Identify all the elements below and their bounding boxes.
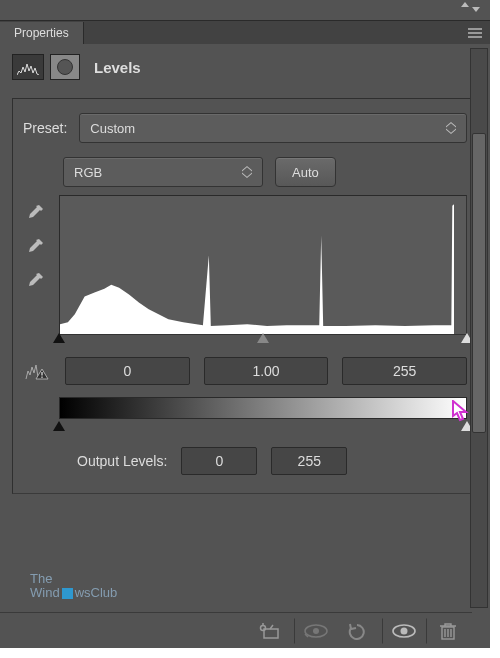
channel-select[interactable]: RGB [63,157,263,187]
svg-rect-2 [264,629,278,638]
adjustment-title-row: Levels [12,54,478,80]
panel-frame: Properties Levels Preset: Custom RGB Aut… [0,0,490,648]
input-midtone-field[interactable]: 1.00 [204,357,329,385]
input-shadow-slider[interactable] [53,333,65,343]
svg-rect-1 [41,377,42,378]
eyedropper-gray-icon[interactable] [23,235,47,259]
collapse-arrows-icon[interactable] [461,2,480,12]
input-slider-track[interactable] [59,333,467,347]
eyedropper-black-icon[interactable] [23,201,47,225]
input-shadow-field[interactable]: 0 [65,357,190,385]
properties-tab[interactable]: Properties [0,22,84,44]
levels-icon[interactable] [12,54,44,80]
clip-to-layer-icon[interactable] [250,618,288,644]
mouse-cursor-icon [452,400,470,422]
adjustment-title: Levels [94,59,141,76]
output-shadow-slider[interactable] [53,421,65,431]
input-midtone-slider[interactable] [257,333,269,343]
layer-mask-icon[interactable] [50,54,80,80]
panel-tab-bar: Properties [0,20,490,44]
levels-controls: Preset: Custom RGB Auto [12,98,478,494]
output-gradient[interactable] [59,397,467,419]
eyedropper-column [23,195,51,335]
preset-label: Preset: [23,120,67,136]
svg-point-5 [313,628,319,634]
output-slider-track[interactable] [59,421,467,435]
view-previous-icon[interactable] [294,618,332,644]
preset-select[interactable]: Custom [79,113,467,143]
scrollbar-thumb[interactable] [472,133,486,433]
visibility-icon[interactable] [382,618,420,644]
scrollbar[interactable] [470,48,488,608]
auto-button[interactable]: Auto [275,157,336,187]
panel-body: Levels Preset: Custom RGB Auto [0,44,490,494]
top-bar [0,0,490,20]
svg-rect-0 [41,372,42,376]
output-highlight-field[interactable]: 255 [271,447,347,475]
output-shadow-field[interactable]: 0 [181,447,257,475]
trash-icon[interactable] [426,618,464,644]
panel-footer [0,612,472,648]
output-levels-label: Output Levels: [77,453,167,469]
svg-point-3 [261,625,266,630]
eyedropper-white-icon[interactable] [23,269,47,293]
watermark: The WindwsClub [30,572,117,600]
clipping-warning-icon[interactable] [24,361,50,381]
input-highlight-field[interactable]: 255 [342,357,467,385]
reset-icon[interactable] [338,618,376,644]
svg-point-7 [401,627,408,634]
watermark-square-icon [62,588,73,599]
histogram-chart[interactable] [59,195,467,335]
panel-menu-icon[interactable] [468,28,482,38]
